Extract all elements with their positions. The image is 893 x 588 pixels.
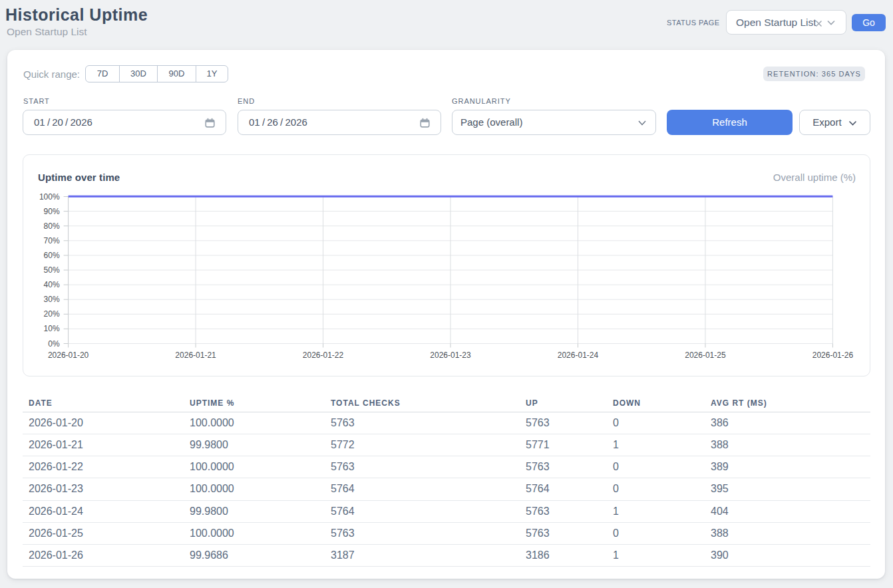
svg-text:30%: 30% (44, 295, 60, 304)
svg-text:2026-01-24: 2026-01-24 (558, 351, 599, 360)
svg-text:70%: 70% (44, 236, 60, 245)
svg-text:2026-01-22: 2026-01-22 (303, 351, 344, 360)
svg-text:0%: 0% (48, 339, 60, 349)
svg-text:90%: 90% (44, 207, 60, 216)
svg-text:20%: 20% (44, 309, 60, 319)
svg-text:2026-01-26: 2026-01-26 (812, 351, 854, 360)
svg-text:100%: 100% (39, 192, 60, 202)
svg-text:2026-01-21: 2026-01-21 (175, 351, 216, 360)
svg-text:10%: 10% (44, 324, 60, 333)
svg-text:50%: 50% (44, 265, 60, 275)
svg-text:80%: 80% (44, 221, 60, 231)
svg-text:2026-01-23: 2026-01-23 (430, 351, 471, 360)
svg-text:60%: 60% (44, 251, 60, 260)
svg-text:2026-01-25: 2026-01-25 (685, 351, 726, 360)
svg-text:40%: 40% (44, 280, 60, 289)
svg-text:2026-01-20: 2026-01-20 (48, 351, 89, 360)
